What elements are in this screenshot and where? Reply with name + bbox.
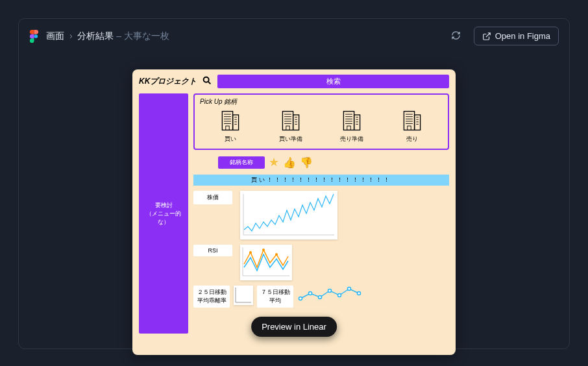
pickup-item-buy-prep[interactable]: 買い準備 [279,109,302,143]
price-chart-row: 株価 [193,191,449,239]
pickup-item-sell[interactable]: 売り [400,109,424,143]
breadcrumb: 画面 › 分析結果 – 大事な一枚 [46,30,169,42]
external-link-icon [482,32,491,41]
star-icon[interactable]: ★ [269,155,279,169]
main-content: Pick Up 銘柄 買い 買い準備 売り準備 [193,93,449,334]
stock-name-label: 銘柄名称 [218,156,265,169]
crumb-separator: › [69,30,73,41]
ma75-label: ７５日移動平均 [257,286,293,308]
rsi-chart-row: RSI [193,245,449,280]
ma25-chart [234,286,253,305]
crumb-tail: – 大事な一枚 [116,30,169,41]
card-header: 画面 › 分析結果 – 大事な一枚 Open in Figma [19,19,569,53]
open-figma-label: Open in Figma [495,31,550,41]
pickup-label: 買い準備 [279,135,302,143]
stock-name-row: 銘柄名称 ★ 👍 👎 [193,155,449,169]
card-container: 画面 › 分析結果 – 大事な一枚 Open in Figma KKプロジェクト… [18,18,570,349]
ma25-label: ２５日移動平均乖離率 [193,286,230,308]
app-title: KKプロジェクト [139,76,197,87]
svg-rect-10 [226,126,229,130]
svg-line-2 [208,81,211,84]
svg-rect-46 [408,126,411,130]
building-icon [279,109,302,132]
svg-point-63 [299,297,302,300]
sidebar-menu[interactable]: 要検討 （メニュー的な） [139,93,188,334]
svg-point-1 [204,77,209,82]
pickup-section: Pick Up 銘柄 買い 買い準備 売り準備 [193,93,449,150]
pickup-title: Pick Up 銘柄 [200,97,443,106]
pickup-item-buy[interactable]: 買い [219,109,242,143]
figma-canvas: KKプロジェクト 検索 要検討 （メニュー的な） Pick Up 銘柄 [132,69,456,355]
pickup-label: 売り [400,135,424,143]
svg-point-68 [348,287,351,291]
price-chart [240,191,337,239]
pickup-label: 売り準備 [340,135,363,143]
svg-point-55 [249,251,252,254]
sidebar-line1: 要検討 [141,201,186,210]
rsi-chart [240,245,292,280]
building-icon [400,109,424,132]
svg-point-67 [338,294,341,297]
pickup-item-sell-prep[interactable]: 売り準備 [340,109,363,143]
sidebar-line2: （メニュー的な） [141,210,186,226]
crumb-part[interactable]: 分析結果 [77,30,114,41]
pickup-label: 買い [219,135,242,143]
svg-point-57 [275,253,278,256]
refresh-icon[interactable] [451,30,461,42]
svg-rect-22 [286,126,289,130]
crumb-part[interactable]: 画面 [46,30,64,41]
mock-header: KKプロジェクト 検索 [132,69,456,93]
svg-point-69 [358,292,361,295]
svg-point-66 [328,289,332,293]
ma-row: ２５日移動平均乖離率 ７５日移動平均 [193,286,449,308]
svg-point-0 [34,34,38,38]
thumbs-down-icon[interactable]: 👎 [300,156,313,169]
crumb-tail-text: 大事な一枚 [124,30,169,41]
rsi-label: RSI [193,245,232,256]
svg-rect-34 [347,126,350,130]
building-icon [219,109,242,132]
thumbs-up-icon[interactable]: 👍 [283,156,296,169]
svg-point-65 [319,296,322,299]
ma75-chart [297,286,362,308]
search-button[interactable]: 検索 [217,75,449,88]
building-icon [340,109,363,132]
price-label: 株価 [193,191,232,204]
status-bar: 買い！！！！！！！！！！！！！！！！ [193,175,449,186]
svg-point-64 [309,292,312,295]
search-icon[interactable] [202,75,212,88]
open-in-figma-button[interactable]: Open in Figma [474,27,559,45]
svg-point-56 [262,249,265,251]
preview-badge[interactable]: Preview in Linear [251,317,337,337]
figma-logo-icon [29,30,38,43]
